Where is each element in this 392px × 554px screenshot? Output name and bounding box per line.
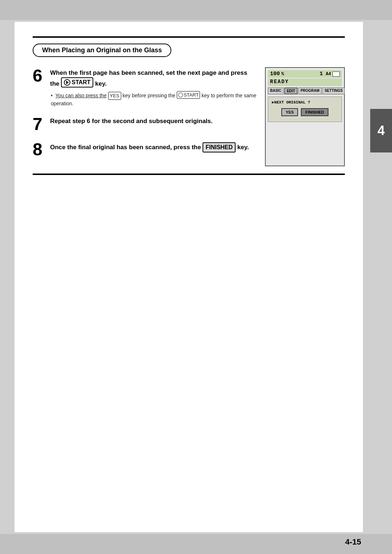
bottom-gray-bar [0,534,392,554]
step-7-text: Repeat step 6 for the second and subsequ… [50,117,213,126]
step-7-content: Repeat step 6 for the second and subsequ… [50,115,213,129]
top-gray-bar [0,0,392,20]
section-heading: When Placing an Original on the Glass [33,44,171,57]
step-6-text: When the first page has been scanned, se… [50,69,258,88]
start-key: START [61,77,93,87]
display-zoom: 100 [270,71,280,77]
step-8-number: 8 [33,141,46,158]
display-ready: READY [268,78,342,86]
side-tab-number: 4 [377,123,385,138]
main-area: 6 When the first page has been scanned, … [33,67,345,166]
display-copy-count: 1 [320,71,323,77]
tab-edit[interactable]: EDIT [284,87,298,94]
display-body: ▶NEXT ORIGINAL ? YES FINISHED [268,97,342,122]
finished-key: FINISHED [203,142,236,152]
step-6-content: When the first page has been scanned, se… [50,67,258,107]
display-status-bar: 100 % 1 A4 [268,70,342,78]
step-8-text: Once the final original has been scanned… [50,142,249,152]
tab-basic[interactable]: BASIC [268,87,283,94]
step-7-number: 7 [33,115,46,133]
bottom-rule [33,174,345,175]
step-8-content: Once the final original has been scanned… [50,141,249,155]
display-buttons: YES FINISHED [272,108,338,116]
display-paper-size: A4 [326,72,331,77]
display-prompt: ▶NEXT ORIGINAL ? [272,100,338,105]
finished-button[interactable]: FINISHED [301,108,328,116]
top-rule [33,36,345,38]
step-6-number: 6 [33,67,46,85]
display-tabs: BASIC EDIT PROGRAM SETTINGS [268,87,342,94]
step-8-block: 8 Once the final original has been scann… [33,141,258,158]
side-tab: 4 [370,109,392,152]
step-6-block: 6 When the first page has been scanned, … [33,67,258,107]
yes-key-inline: YES [108,92,121,100]
start-key-inline: START [177,91,200,99]
page-content: When Placing an Original on the Glass 6 … [15,22,363,532]
tab-program[interactable]: PROGRAM [298,87,322,94]
steps-area: 6 When the first page has been scanned, … [33,67,265,166]
step-6-sub-note: • You can also press the YES key before … [51,91,258,107]
display-percent: % [281,71,284,77]
step-7-block: 7 Repeat step 6 for the second and subse… [33,115,258,133]
display-panel: 100 % 1 A4 READY BASIC EDIT PROGRAM SETT… [265,67,345,166]
start-inline-icon [178,93,183,97]
start-icon [64,79,70,86]
paper-icon [332,72,340,77]
page-number: 4-15 [345,537,361,547]
tab-settings[interactable]: SETTINGS [322,87,345,94]
yes-button[interactable]: YES [281,108,298,116]
